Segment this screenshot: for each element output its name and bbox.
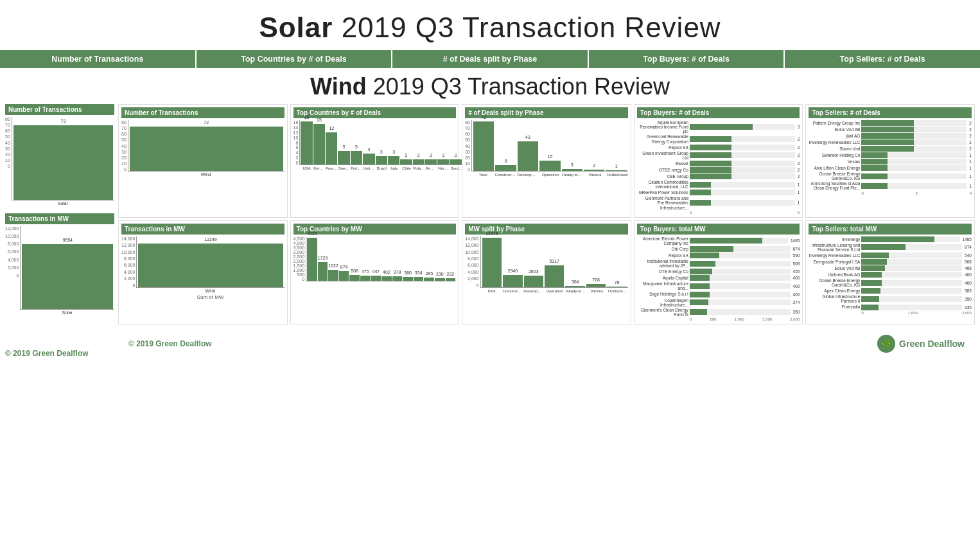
h-bar-row: Sage Holdings S.a.r.l400 [637,292,800,297]
h-bar-row: Macquarie Infrastructure and...400 [637,281,800,290]
h-bar-row: Eolus Vnd AB468 [809,265,972,271]
title-light: 2019 Q3 Transaction Review [333,12,721,43]
wind-sellers-mw-header: Top Sellers: total MW [809,224,972,235]
tab-buyers-deals[interactable]: Top Buyers: # of Deals [589,50,785,68]
wind-sellers-deals-cell: Top Sellers: # of Deals Pattern Energy G… [805,104,975,218]
wind-sellers-deals-chart: Pattern Energy Group Inc2Eolus Vnd AB2jü… [809,120,972,191]
bar-item: 16 [301,121,312,164]
bar-item: 230 [435,278,445,281]
bar-item: 43 [518,141,538,171]
wind-mw-bar-label: Wind [136,288,284,293]
wind-tx-bar-value: 72 [130,120,283,125]
wind-countries-deals-header: Top Countries by # of Deals [293,107,457,118]
solar-transactions-chart-wrap: 80 70 60 50 40 30 20 10 0 73 S [5,117,114,206]
solar-mw-bar: 9554 [22,244,113,309]
wind-countries-mw-chart: 4025172910228745084754474023783603342852… [306,236,456,281]
h-bar-row: Ocean Breeze Energy GmbH&Co. KG1 [809,172,972,181]
tab-transactions[interactable]: Number of Transactions [0,50,197,68]
h-bar-row: Vestas1 [809,159,972,164]
tab-deals-phase[interactable]: # of Deals split by Phase [392,50,589,68]
solar-transactions-chart: 73 Solar [12,117,114,206]
h-bar-row: Energiasde Portugal I SA508 [809,259,972,265]
solar-column: Number of Transactions 80 70 60 50 40 30… [5,104,114,358]
h-bar-row: Repsol SA590 [637,253,800,258]
wind-row-1: Number of Transactions 80 70 60 50 40 30… [118,104,975,218]
h-bar-row: Ocean Breeze Energy GmbH&Co. KG400 [809,278,972,287]
wind-mw-phase-bars: 1224829402803531730470878 [480,236,628,288]
wind-mw-cell: Transactions in MW 14,000 12,000 10,000 … [118,220,288,324]
wind-title: Wind 2019 Q3 Transaction Review [0,68,980,104]
bar-item: 2 [413,159,424,164]
h-bar-row: American Electric Power Company Inc1485 [637,236,800,245]
sellers-deals-x-axis: 0 2 4 [809,191,972,195]
wind-transactions-header: Number of Transactions [121,107,284,118]
solar-bar-label: Solar [12,201,114,206]
h-bar-row: jüail AG2 [809,133,972,139]
h-bar-row: Unibred Bank AG400 [809,272,972,278]
wind-sellers-deals-header: Top Sellers: # of Deals [809,107,972,118]
solar-bar-value: 73 [13,119,113,123]
bar-item: 360 [403,277,413,281]
h-bar-row: Institutional Investable advised by JP..… [637,259,800,268]
bar-item: 2 [400,159,412,164]
h-bar-row: DTE Energy Co455 [637,269,800,274]
h-bar-row: Green Investment Group Ltd2 [637,151,800,160]
wind-buyers-deals-chart: Aquila European Renewables Income Fund p… [637,120,800,210]
bar-item: 402 [381,276,392,281]
countries-x-labels: USAGermanyFranceSwedenFinlandUnited King… [299,166,462,170]
h-bar-row: Eolus Vnd AB2 [809,127,972,132]
wind-mw-bar: 12249 [138,244,283,287]
h-bar-row: Armstrong Southea st Asia Clean Energy F… [809,181,972,190]
wind-transactions-cell: Number of Transactions 80 70 60 50 40 30… [118,104,288,218]
title-bold: Solar [259,12,333,43]
bar-item: 334 [414,277,424,281]
h-bar-row: Invenergy Renewables LLC2 [809,139,972,145]
bar-item: 2 [450,159,462,164]
bar-item: 2 [425,159,437,164]
solar-transactions-section: Number of Transactions 80 70 60 50 40 30… [5,104,114,206]
h-bar-row: Aquila European Renewables Income Fund p… [637,120,800,134]
main-title: Solar 2019 Q3 Transaction Review [0,0,980,50]
wind-mw-bars: 12249 [136,236,284,288]
h-bar-row: Repsol SA2 [637,145,800,150]
h-bar-row: Stavro Vnd2 [809,146,972,152]
wind-mw-chart-wrap: 14,000 12,000 10,000 8,000 6,000 4,000 2… [121,236,284,300]
wind-buyers-mw-chart: American Electric Power Company Inc1485O… [637,236,800,317]
bar-item: 3 [388,156,399,164]
tab-sellers-deals[interactable]: Top Sellers: # of Deals [785,50,980,68]
h-bar-row: Swandor Holding Co1 [809,152,972,158]
wind-mw-header: Transactions in MW [121,224,284,235]
wind-countries-bars: 1615125543322222 [299,120,462,165]
tab-bar: Number of Transactions Top Countries by … [0,50,980,68]
wind-phase-bars: 7284315321 [471,120,628,172]
h-bar-row: Apex Clean Energy383 [809,288,972,294]
wind-mw-y-axis: 14,000 12,000 10,000 8,000 6,000 4,000 2… [121,236,136,288]
solar-mw-chart: 9554 Solar [20,226,114,315]
bar-item: 5 [351,151,362,164]
solar-mw-y-axis: 12,000 10,000 8,000 6,000 4,000 2,000 0 [5,226,20,278]
wind-mw-chart: 12249 Wind Sum of MW [136,236,284,300]
bar-item: 3 [562,169,582,171]
wind-countries-mw-bars: 4025172910228745084754474023783603342852… [306,236,456,281]
bar-item: 508 [349,275,360,280]
wind-transactions-y-axis: 80 70 60 50 40 30 20 10 0 [121,120,128,172]
mw-phase-x-labels: TotalConstructionDevelopmentOperationRea… [480,288,628,293]
tab-countries-deals[interactable]: Top Countries by # of Deals [197,50,393,68]
wind-countries-chart-wrap: 16 14 12 10 8 6 4 2 0 1615125543322222 [293,120,457,170]
wind-deals-phase-cell: # of Deals split by Phase 80 70 60 50 40… [462,104,631,218]
wind-countries-mw-header: Top Countries by MW [293,224,457,235]
wind-phase-chart-wrap: 80 70 60 50 40 30 20 10 0 7284315321 [465,120,628,177]
h-bar-row: Forestalia335 [809,305,972,310]
wind-transactions-chart-wrap: 80 70 60 50 40 30 20 10 0 72 [121,120,284,177]
h-bar-row: Atvo Lifton Clean Energy1 [809,165,972,171]
wind-sellers-mw-cell: Top Sellers: total MW Invenergy1485Infra… [805,220,975,324]
buyers-mw-x-axis: 0 500 1,000 1,500 2,000 [637,317,800,321]
bar-item: 72 [473,121,494,171]
wind-footer: © 2019 Green Dealflow 🌿 Green Dealflow [118,330,975,358]
wind-transactions-bars: 72 [128,120,284,172]
bar-item: 2 [584,170,604,171]
wind-buyers-mw-cell: Top Buyers: total MW American Electric P… [634,220,803,324]
wind-countries-mw-cell: Top Countries by MW 4,500 4,000 3,500 3,… [290,220,460,324]
wind-countries-chart: 1615125543322222 USAGermanyFranceSwedenF… [299,120,462,170]
wind-mw-chart-note: Sum of MW [136,294,284,300]
